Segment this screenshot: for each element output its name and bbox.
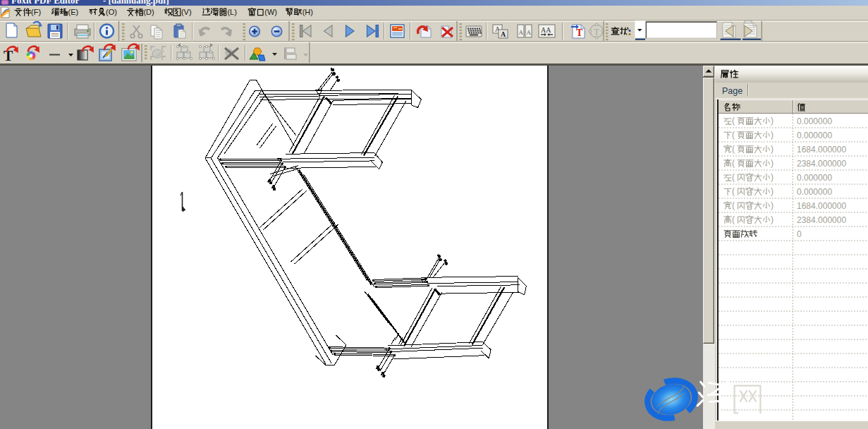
- svg-text:(: (: [732, 200, 735, 210]
- svg-text:(E): (E): [68, 8, 79, 16]
- svg-text:1684.000000: 1684.000000: [797, 201, 846, 211]
- svg-text:(H): (H): [302, 8, 313, 16]
- svg-text:(D): (D): [143, 8, 154, 16]
- svg-text:(: (: [732, 116, 735, 126]
- svg-text:): ): [771, 130, 774, 140]
- svg-text:0.000000: 0.000000: [797, 173, 832, 183]
- svg-text:(L): (L): [227, 8, 236, 16]
- svg-text:Foxit PDF Editor: Foxit PDF Editor: [11, 0, 80, 6]
- svg-text:0: 0: [797, 229, 802, 239]
- svg-text:(: (: [732, 214, 735, 224]
- svg-text:(F): (F): [31, 8, 41, 16]
- svg-text:T: T: [594, 26, 599, 37]
- svg-text:(V): (V): [181, 8, 192, 16]
- svg-text:2384.000000: 2384.000000: [797, 215, 846, 225]
- svg-text:A: A: [501, 30, 506, 38]
- svg-text:): ): [771, 186, 774, 196]
- svg-text:0.000000: 0.000000: [797, 116, 832, 126]
- svg-text:T: T: [576, 28, 583, 38]
- svg-text:2384.000000: 2384.000000: [797, 159, 846, 169]
- svg-text:T: T: [4, 48, 13, 64]
- svg-text:0.000000: 0.000000: [797, 131, 832, 140]
- svg-text:- [danhuang.pdf]: - [danhuang.pdf]: [103, 0, 169, 6]
- svg-text:): ): [771, 158, 774, 168]
- svg-text:(O): (O): [106, 8, 117, 16]
- svg-text:): ): [771, 214, 774, 224]
- svg-text:(W): (W): [264, 8, 277, 16]
- svg-text:(: (: [732, 172, 735, 182]
- svg-text:AA: AA: [541, 26, 551, 34]
- svg-text:A: A: [527, 29, 532, 36]
- svg-text:1684.000000: 1684.000000: [797, 145, 846, 155]
- svg-text:(: (: [732, 144, 735, 154]
- svg-text:): ): [771, 116, 774, 126]
- svg-text:A: A: [519, 29, 524, 36]
- svg-text:): ): [771, 172, 774, 182]
- svg-text:(: (: [732, 158, 735, 168]
- svg-text:): ): [771, 200, 774, 210]
- svg-text:(: (: [732, 130, 735, 140]
- svg-text:(: (: [732, 186, 735, 196]
- svg-text:): ): [771, 144, 774, 154]
- svg-text:Page: Page: [722, 86, 742, 96]
- svg-text:0.000000: 0.000000: [797, 187, 832, 197]
